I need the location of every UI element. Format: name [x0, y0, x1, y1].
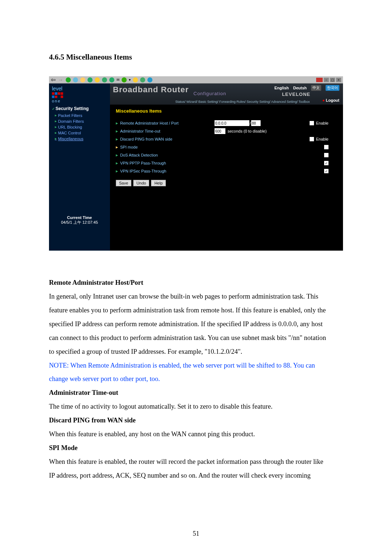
- messenger-icon[interactable]: [140, 77, 145, 82]
- heading-discard-ping: Discard PING from WAN side: [49, 414, 343, 428]
- admin-timeout-input[interactable]: [215, 128, 225, 134]
- maximize-icon[interactable]: ▢: [330, 78, 335, 82]
- nav-item-url-blocking[interactable]: URL Blocking: [49, 124, 110, 130]
- home-icon[interactable]: [80, 77, 85, 82]
- main-panel: Broadband Router Configuration English D…: [110, 84, 343, 251]
- heading-remote-admin: Remote Administrator Host/Port: [49, 276, 343, 290]
- router-admin-screenshot: ⇦ → ✉ ▾ − ▢ × level: [49, 76, 343, 251]
- banner: Broadband Router Configuration English D…: [110, 84, 343, 105]
- sidebar: level one Security Setting Packet Filter…: [49, 84, 110, 251]
- para1-line4: can connect to this product to perform a…: [49, 331, 343, 345]
- help-button[interactable]: Help: [151, 180, 166, 186]
- logo-one: one: [52, 99, 107, 103]
- para4-line1: When this feature is enabled, the router…: [49, 455, 343, 469]
- para1-line2: feature enables you to perform administr…: [49, 304, 343, 317]
- remote-admin-port-input[interactable]: [251, 120, 261, 126]
- browser-toolbar: ⇦ → ✉ ▾ − ▢ ×: [49, 76, 343, 84]
- lang-korean[interactable]: 한국어: [326, 85, 339, 91]
- lang-english[interactable]: English: [274, 86, 289, 90]
- discuss-icon[interactable]: [133, 77, 138, 82]
- row-remote-admin: ▶ Remote Administrator Host / Port / Ena…: [116, 119, 337, 127]
- print-icon[interactable]: [122, 77, 127, 82]
- row-vpn-ipsec: ▶ VPN IPSec Pass-Through ✓: [116, 167, 337, 175]
- nav-section-security[interactable]: Security Setting: [49, 105, 110, 113]
- levelone-logo: LEVELONE: [282, 92, 310, 97]
- page-number: 51: [0, 530, 392, 538]
- back-icon[interactable]: ⇦: [51, 76, 56, 83]
- extra-icon[interactable]: [147, 77, 152, 82]
- lang-deutsch[interactable]: Deutsh: [293, 86, 307, 90]
- forward-icon[interactable]: →: [58, 77, 64, 83]
- nav-item-packet-filters[interactable]: Packet Filters: [49, 113, 110, 118]
- row-admin-timeout: ▶ Administrator Time-out seconds (0 to d…: [116, 127, 337, 135]
- content-title: Miscellaneous Items: [116, 108, 337, 114]
- close-icon[interactable]: ×: [336, 78, 341, 82]
- logo-text: level: [52, 86, 107, 92]
- history-icon[interactable]: [109, 77, 114, 82]
- document-body: Remote Administrator Host/Port In genera…: [49, 276, 343, 483]
- para1-line3: specified IP address can perform remote …: [49, 317, 343, 331]
- logout-link[interactable]: ● Logout: [322, 98, 339, 102]
- remote-admin-host-input[interactable]: [215, 120, 249, 126]
- nav-item-mac-control[interactable]: MAC Control: [49, 130, 110, 136]
- undo-button[interactable]: Undo: [133, 180, 149, 186]
- media-icon[interactable]: [102, 77, 107, 82]
- refresh-icon[interactable]: [73, 77, 78, 82]
- nav-item-miscellaneous[interactable]: Miscellaneous: [49, 136, 110, 142]
- config-label: Configuration: [193, 91, 226, 96]
- para1-line1: In general, only Intranet user can brows…: [49, 290, 343, 304]
- dos-checkbox[interactable]: [324, 153, 328, 157]
- save-button[interactable]: Save: [116, 180, 131, 186]
- stop-icon[interactable]: [66, 77, 71, 82]
- row-dos: ▶ DoS Attack Detection: [116, 151, 337, 159]
- para4-line2: IP address, port address, ACK, SEQ numbe…: [49, 469, 343, 483]
- para3: When this feature is enabled, any host o…: [49, 428, 343, 441]
- nav-item-domain-filters[interactable]: Domain Filters: [49, 118, 110, 124]
- mail-icon[interactable]: ✉: [117, 78, 119, 82]
- breadcrumb[interactable]: Status/ Wizard/ Basic Setting/ Forwardin…: [175, 100, 310, 104]
- remote-admin-enable-checkbox[interactable]: [310, 121, 314, 125]
- lang-chinese[interactable]: 中文: [311, 85, 321, 91]
- spi-checkbox[interactable]: [324, 145, 328, 149]
- row-vpn-pptp: ▶ VPN PPTP Pass-Through ✓: [116, 159, 337, 167]
- para2: The time of no activity to logout automa…: [49, 400, 343, 414]
- vpn-ipsec-checkbox[interactable]: ✓: [324, 169, 328, 173]
- current-time: Current Time 04/5/1 上午 12:07:45: [49, 215, 110, 225]
- vpn-pptp-checkbox[interactable]: ✓: [324, 161, 328, 165]
- heading-spi-mode: SPI Mode: [49, 441, 343, 455]
- note-line1: NOTE: When Remote Administration is enab…: [49, 359, 343, 373]
- para1-line5: to specified a group of trusted IP addre…: [49, 345, 343, 359]
- flag-icon: [316, 78, 323, 82]
- row-discard-ping: ▶ Discard PING from WAN side Enable: [116, 135, 337, 143]
- row-spi: ▶ SPI mode: [116, 143, 337, 151]
- edit-icon[interactable]: ▾: [129, 78, 131, 82]
- note-line2: change web server port to other port, to…: [49, 372, 343, 386]
- sidebar-logo: level one: [49, 84, 110, 105]
- heading-admin-timeout: Administrator Time-out: [49, 386, 343, 400]
- discard-ping-enable-checkbox[interactable]: [310, 137, 314, 141]
- minimize-icon[interactable]: −: [324, 78, 329, 82]
- section-heading: 4.6.5 Miscellaneous Items: [49, 53, 343, 62]
- favorites-icon[interactable]: [95, 77, 100, 82]
- search-icon[interactable]: [87, 77, 93, 82]
